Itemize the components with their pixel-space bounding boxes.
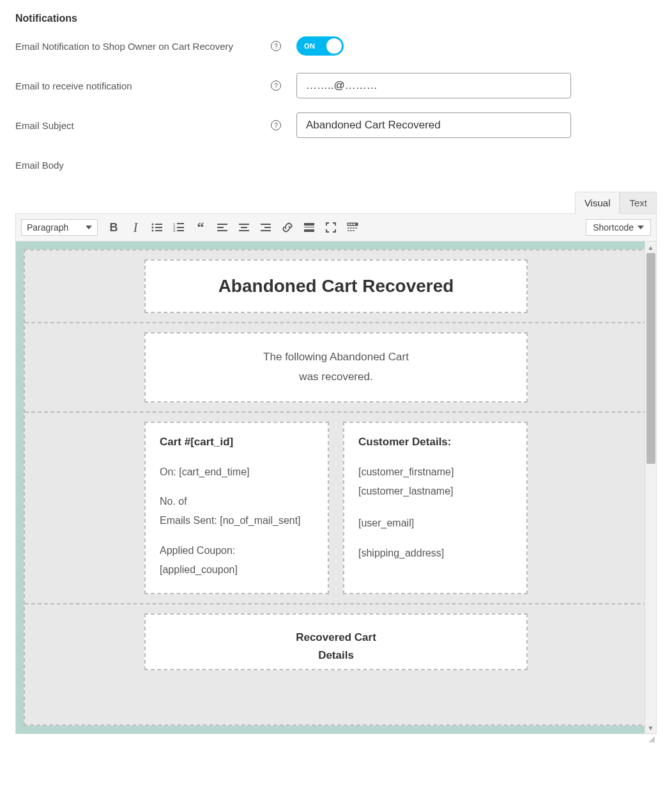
italic-button[interactable]: I [125, 218, 146, 237]
scroll-down-icon[interactable]: ▼ [645, 722, 656, 733]
svg-rect-31 [355, 227, 357, 229]
svg-rect-34 [353, 230, 355, 231]
cust-first: [customer_firstname] [358, 463, 512, 482]
chevron-down-icon [86, 226, 92, 229]
svg-rect-21 [304, 223, 314, 226]
scroll-up-icon[interactable]: ▲ [645, 242, 656, 253]
align-right-button[interactable] [255, 218, 277, 237]
toggle-label: ON [304, 42, 316, 50]
format-select[interactable]: Paragraph [21, 219, 98, 236]
editor-scrollbar[interactable]: ▲ ▼ [645, 242, 656, 733]
toggle-thumb [326, 38, 342, 54]
cust-email: [user_email] [358, 514, 512, 533]
customer-details-block: Customer Details: [customer_firstname] [… [343, 422, 528, 594]
cart-details-block: Cart #[cart_id] On: [cart_end_time] No. … [144, 422, 329, 594]
cart-emails-2: Emails Sent: [no_of_mail_sent] [160, 511, 314, 530]
svg-rect-23 [304, 229, 314, 232]
editor-toolbar: Paragraph B I 123 “ [15, 213, 657, 242]
svg-rect-9 [177, 227, 184, 228]
align-left-button[interactable] [211, 218, 233, 237]
shortcode-label: Shortcode [593, 222, 634, 233]
cust-header: Customer Details: [358, 436, 512, 449]
bold-button[interactable]: B [103, 218, 125, 237]
editor-frame: Abandoned Cart Recovered The following A… [15, 242, 657, 734]
svg-rect-5 [155, 230, 162, 231]
read-more-button[interactable] [298, 218, 320, 237]
chevron-down-icon [638, 226, 644, 229]
input-email-subject[interactable] [296, 112, 571, 138]
cart-on: On: [cart_end_time] [160, 463, 314, 482]
help-icon[interactable]: ? [271, 120, 281, 130]
svg-point-4 [152, 230, 154, 232]
format-label: Paragraph [27, 222, 68, 233]
tab-visual[interactable]: Visual [575, 192, 620, 214]
bullet-list-button[interactable] [146, 218, 168, 237]
cust-last: [customer_lastname] [358, 482, 512, 501]
recovered-title-2: Details [161, 647, 511, 665]
svg-point-2 [152, 227, 154, 229]
svg-rect-30 [353, 227, 355, 229]
tab-text[interactable]: Text [620, 192, 657, 214]
align-center-button[interactable] [233, 218, 255, 237]
svg-rect-22 [304, 227, 314, 227]
cart-coupon-2: [applied_coupon] [160, 560, 314, 579]
svg-rect-18 [261, 224, 271, 225]
svg-rect-25 [348, 224, 350, 225]
svg-rect-28 [347, 227, 349, 229]
editor-tabs: Visual Text [15, 192, 657, 214]
svg-rect-26 [351, 224, 353, 225]
svg-rect-32 [347, 230, 349, 231]
recovered-title-1: Recovered Cart [161, 629, 511, 647]
svg-rect-27 [353, 224, 355, 225]
shortcode-select[interactable]: Shortcode [586, 219, 651, 236]
svg-rect-14 [217, 230, 227, 231]
row-email-body: Email Body [15, 152, 657, 178]
svg-rect-16 [241, 227, 247, 228]
help-icon[interactable]: ? [271, 41, 281, 51]
link-button[interactable] [277, 218, 298, 237]
svg-rect-29 [350, 227, 352, 229]
toggle-email-owner[interactable]: ON [296, 36, 344, 56]
svg-rect-33 [350, 230, 352, 231]
svg-rect-12 [217, 224, 227, 225]
label-email-body: Email Body [15, 160, 64, 171]
row-email-to: Email to receive notification ? [15, 73, 657, 98]
editor-wrap: Visual Text Paragraph B I 123 “ [15, 192, 657, 734]
cart-coupon-1: Applied Coupon: [160, 541, 314, 560]
svg-rect-11 [177, 230, 184, 231]
toolbar-toggle-button[interactable] [342, 218, 363, 237]
label-email-subject: Email Subject [15, 120, 74, 131]
scroll-thumb[interactable] [646, 253, 655, 464]
svg-rect-7 [177, 223, 184, 224]
svg-text:3: 3 [173, 229, 176, 233]
cart-header: Cart #[cart_id] [160, 436, 314, 449]
help-icon[interactable]: ? [271, 81, 281, 91]
svg-rect-15 [239, 224, 249, 225]
blockquote-button[interactable]: “ [190, 218, 211, 237]
cart-emails-1: No. of [160, 492, 314, 511]
svg-rect-3 [155, 227, 162, 228]
email-template-desc-2: was recovered. [161, 367, 511, 387]
section-title: Notifications [15, 13, 657, 24]
svg-rect-13 [217, 227, 224, 228]
svg-rect-17 [239, 230, 249, 231]
cust-ship: [shipping_address] [358, 544, 512, 563]
row-email-subject: Email Subject ? [15, 112, 657, 138]
editor-canvas[interactable]: Abandoned Cart Recovered The following A… [16, 242, 656, 733]
label-email-to: Email to receive notification [15, 81, 132, 91]
svg-rect-20 [261, 230, 271, 231]
resize-grip-icon[interactable] [647, 735, 655, 742]
label-email-owner: Email Notification to Shop Owner on Cart… [15, 41, 233, 52]
svg-point-0 [152, 224, 154, 226]
svg-rect-1 [155, 224, 162, 225]
svg-rect-19 [264, 227, 271, 228]
row-email-owner: Email Notification to Shop Owner on Cart… [15, 33, 657, 59]
email-template-title: Abandoned Cart Recovered [161, 275, 511, 298]
input-email-to[interactable] [296, 73, 571, 98]
numbered-list-button[interactable]: 123 [168, 218, 190, 237]
email-template-desc-1: The following Abandoned Cart [161, 348, 511, 367]
fullscreen-button[interactable] [320, 218, 342, 237]
